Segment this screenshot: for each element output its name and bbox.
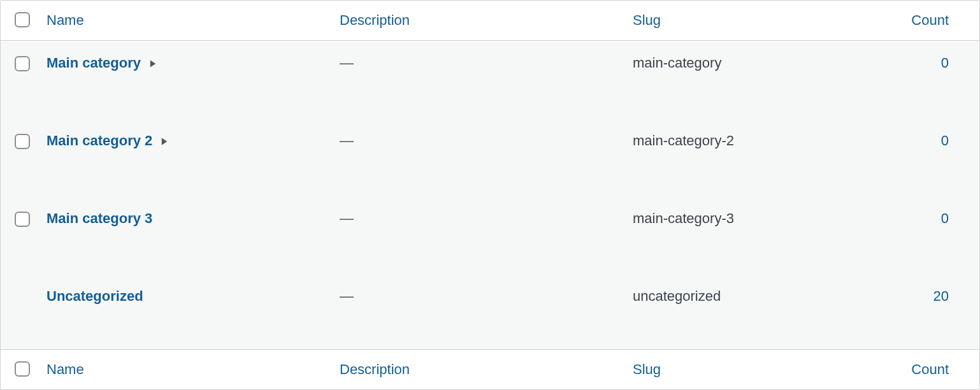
slug-value: uncategorized xyxy=(633,288,721,304)
svg-marker-0 xyxy=(150,61,155,68)
count-link[interactable]: 20 xyxy=(933,288,949,304)
row-count-cell: 0 xyxy=(903,196,979,274)
table-footer-row: Name Description Slug Count xyxy=(1,350,979,390)
description-value: — xyxy=(340,55,354,71)
slug-value: main-category xyxy=(633,55,721,71)
table-row: Uncategorized—uncategorized20 xyxy=(1,274,979,350)
header-count-cell: Count xyxy=(903,1,979,41)
header-slug-cell: Slug xyxy=(625,1,903,41)
row-slug-cell: main-category xyxy=(625,41,903,119)
expand-icon[interactable] xyxy=(160,133,169,150)
sort-by-name-footer[interactable]: Name xyxy=(47,361,84,377)
description-value: — xyxy=(340,133,354,148)
slug-value: main-category-3 xyxy=(633,210,734,226)
row-checkbox-cell xyxy=(1,196,39,274)
row-name-cell: Main category 2 xyxy=(39,119,332,196)
row-description-cell: — xyxy=(332,274,625,350)
row-name-cell: Main category xyxy=(39,41,332,119)
table-row: Main category—main-category0 xyxy=(1,41,979,119)
row-checkbox-cell xyxy=(1,119,39,196)
row-checkbox[interactable] xyxy=(15,134,30,149)
sort-by-count[interactable]: Count xyxy=(911,12,949,28)
row-checkbox[interactable] xyxy=(15,212,30,227)
row-slug-cell: main-category-3 xyxy=(625,196,903,274)
count-link[interactable]: 0 xyxy=(941,55,949,71)
row-checkbox[interactable] xyxy=(15,56,30,71)
description-value: — xyxy=(340,288,354,304)
sort-by-description[interactable]: Description xyxy=(340,12,410,28)
row-description-cell: — xyxy=(332,41,625,119)
categories-table: Name Description Slug Count Main categor… xyxy=(1,1,979,389)
empty-checkbox-placeholder xyxy=(15,289,30,305)
row-description-cell: — xyxy=(332,119,625,196)
sort-by-slug-footer[interactable]: Slug xyxy=(633,361,661,377)
header-checkbox-cell xyxy=(1,1,39,41)
footer-description-cell: Description xyxy=(332,350,625,390)
row-name-cell: Uncategorized xyxy=(39,274,332,350)
header-name-cell: Name xyxy=(39,1,332,41)
sort-by-slug[interactable]: Slug xyxy=(633,12,661,28)
categories-table-wrapper: Name Description Slug Count Main categor… xyxy=(0,0,980,390)
row-checkbox-cell xyxy=(1,41,39,119)
table-row: Main category 3—main-category-30 xyxy=(1,196,979,274)
row-count-cell: 0 xyxy=(903,119,979,196)
category-name-link[interactable]: Uncategorized xyxy=(47,288,143,304)
footer-checkbox-cell xyxy=(1,350,39,390)
row-description-cell: — xyxy=(332,196,625,274)
table-header-row: Name Description Slug Count xyxy=(1,1,979,41)
count-link[interactable]: 0 xyxy=(941,210,949,226)
sort-by-description-footer[interactable]: Description xyxy=(340,361,410,377)
row-count-cell: 20 xyxy=(903,274,979,350)
header-description-cell: Description xyxy=(332,1,625,41)
table-row: Main category 2—main-category-20 xyxy=(1,119,979,196)
row-count-cell: 0 xyxy=(903,41,979,119)
select-all-checkbox-bottom[interactable] xyxy=(15,361,30,377)
row-slug-cell: uncategorized xyxy=(625,274,903,350)
sort-by-name[interactable]: Name xyxy=(47,12,84,28)
description-value: — xyxy=(340,210,354,226)
select-all-checkbox-top[interactable] xyxy=(15,12,30,27)
count-link[interactable]: 0 xyxy=(941,133,949,148)
category-name-link[interactable]: Main category xyxy=(47,55,141,71)
footer-count-cell: Count xyxy=(903,350,979,390)
slug-value: main-category-2 xyxy=(633,133,734,148)
svg-marker-1 xyxy=(162,138,167,145)
footer-name-cell: Name xyxy=(39,350,332,390)
category-name-link[interactable]: Main category 3 xyxy=(47,210,152,226)
footer-slug-cell: Slug xyxy=(625,350,903,390)
row-name-cell: Main category 3 xyxy=(39,196,332,274)
row-checkbox-cell xyxy=(1,274,39,350)
expand-icon[interactable] xyxy=(148,55,157,72)
table-body: Main category—main-category0Main categor… xyxy=(1,41,979,350)
row-slug-cell: main-category-2 xyxy=(625,119,903,196)
category-name-link[interactable]: Main category 2 xyxy=(47,133,152,148)
sort-by-count-footer[interactable]: Count xyxy=(911,361,949,377)
